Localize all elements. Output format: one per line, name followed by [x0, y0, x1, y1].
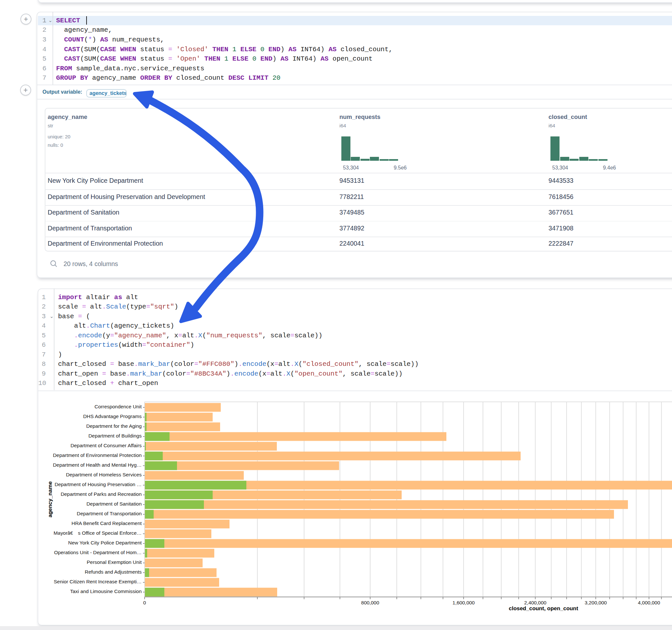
svg-text:Department of Consumer Affairs: Department of Consumer Affairs: [70, 443, 142, 448]
svg-text:Taxi and Limousine Commission: Taxi and Limousine Commission: [70, 588, 142, 594]
svg-text:Senior Citizen Rent Increase E: Senior Citizen Rent Increase Exempti…: [54, 579, 142, 584]
svg-text:agency_name: agency_name: [47, 481, 53, 517]
svg-text:closed_count, open_count: closed_count, open_count: [509, 605, 578, 611]
svg-text:New York City Police Departmen: New York City Police Department: [68, 540, 142, 546]
svg-text:Department of Buildings: Department of Buildings: [89, 433, 142, 438]
svg-text:Department of Parks and Recrea: Department of Parks and Recreation: [61, 491, 142, 497]
svg-text:DHS Advantage Programs: DHS Advantage Programs: [83, 413, 142, 419]
svg-text:Department of Homeless Service: Department of Homeless Services: [66, 472, 142, 477]
svg-text:Department for the Aging: Department for the Aging: [86, 423, 142, 429]
svg-text:0: 0: [143, 600, 146, 605]
svg-text:4,000,000: 4,000,000: [638, 600, 660, 605]
svg-text:Department of Sanitation: Department of Sanitation: [87, 501, 142, 507]
svg-text:2,400,000: 2,400,000: [524, 600, 546, 605]
svg-text:Personal Exemption Unit: Personal Exemption Unit: [87, 559, 142, 565]
svg-text:HRA Benefit Card Replacement: HRA Benefit Card Replacement: [72, 520, 142, 526]
svg-text:Department of Transportation: Department of Transportation: [77, 511, 142, 516]
svg-text:Mayorâ€ s Office of Special En: Mayorâ€ s Office of Special Enforce…: [53, 530, 142, 536]
svg-text:Refunds and Adjustments: Refunds and Adjustments: [85, 569, 142, 575]
svg-text:Department of Health and Menta: Department of Health and Mental Hyg…: [53, 462, 142, 468]
svg-text:Correspondence Unit: Correspondence Unit: [95, 404, 142, 409]
svg-text:Operations Unit - Department o: Operations Unit - Department of Hom…: [54, 550, 142, 555]
svg-text:Department of Housing Preserva: Department of Housing Preservation …: [54, 482, 142, 487]
svg-text:800,000: 800,000: [361, 600, 379, 605]
svg-text:3,200,000: 3,200,000: [584, 600, 606, 605]
svg-text:1,600,000: 1,600,000: [453, 600, 475, 605]
svg-text:Department of Environmental Pr: Department of Environmental Protection: [53, 453, 142, 458]
